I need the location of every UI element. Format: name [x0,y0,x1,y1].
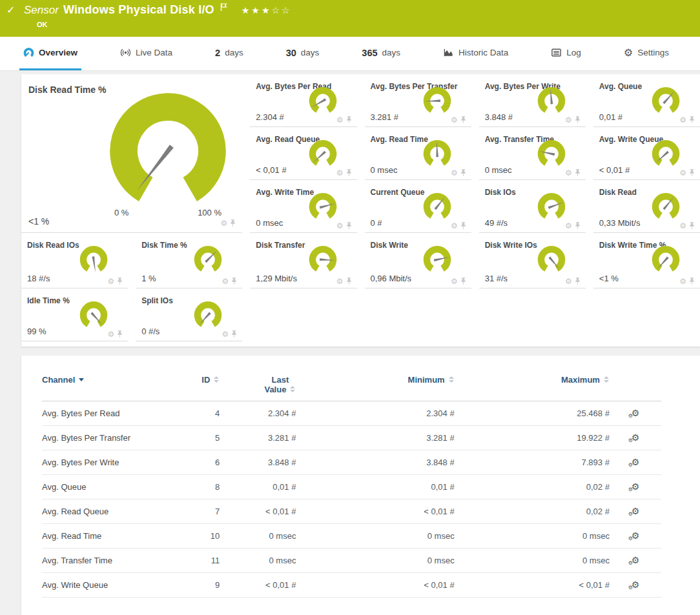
tab-historic-data[interactable]: Historic Data [439,37,512,70]
gauge-value: 49 #/s [485,218,508,228]
column-header-minimum[interactable]: Minimum [296,374,454,401]
pin-icon[interactable] [231,277,237,285]
gauge-dial [303,83,343,117]
gauge-cell[interactable]: Split IOs 0 #/s ⚙ [136,288,242,341]
gauge-cell[interactable]: Current Queue 0 # ⚙ [365,180,471,233]
channel-maximum: 25.468 # [455,401,610,426]
gauge-dial [417,83,457,117]
gear-icon[interactable]: ⚙ [679,169,686,177]
gauge-cell[interactable]: Disk Read IOs 18 #/s ⚙ [21,233,128,288]
column-header-last-value[interactable]: Last Value [220,374,296,401]
gear-icon[interactable]: ⚙ [336,277,344,285]
pin-icon[interactable] [689,169,695,177]
gauge-cell[interactable]: Disk Write IOs 31 #/s ⚙ [479,233,586,288]
tab-live-data[interactable]: Live Data [116,37,176,70]
channel-settings-gear-icon[interactable]: ⚙⚙ [632,531,640,540]
pin-icon[interactable] [230,219,236,227]
channel-minimum: 0 msec [296,549,454,573]
channel-settings-gear-icon[interactable]: ⚙⚙ [632,458,640,467]
pin-icon[interactable] [460,277,466,285]
gauge-title: Disk Read [599,188,637,197]
tab-30-days[interactable]: 30 days [282,37,324,70]
channel-last-value: 3.848 # [220,450,296,475]
gear-icon[interactable]: ⚙ [565,116,572,124]
gauge-dial [107,92,229,203]
gear-icon[interactable]: ⚙ [451,277,458,285]
gauge-dial [188,241,228,276]
column-header-channel[interactable]: Channel [42,374,181,401]
gauge-cell[interactable]: Avg. Read Time 0 msec ⚙ [365,127,471,180]
tab-overview[interactable]: Overview [19,37,81,70]
gauge-cell[interactable]: Idle Time % 99 % ⚙ [21,288,128,341]
gauge-cell[interactable]: Disk Time % 1 % ⚙ [136,233,242,288]
gauge-cell[interactable]: Avg. Bytes Per Read 2.304 # ⚙ [250,74,356,127]
pin-icon[interactable] [689,277,695,285]
tab-365-days[interactable]: 365 days [358,37,404,70]
pin-icon[interactable] [346,116,352,124]
channel-table-panel: Channel ID Last Value Minimum [21,356,700,615]
gauge-cell[interactable]: Avg. Transfer Time 0 msec ⚙ [479,127,586,180]
channel-settings-gear-icon[interactable]: ⚙⚙ [632,408,640,418]
gauge-cell[interactable]: Avg. Read Queue < 0,01 # ⚙ [250,127,356,180]
tab-log[interactable]: Log [547,37,585,70]
pin-icon[interactable] [346,277,352,285]
pin-icon[interactable] [460,169,466,177]
gear-icon[interactable]: ⚙ [222,330,229,338]
pin-icon[interactable] [575,116,581,124]
gear-icon[interactable]: ⚙ [107,277,114,285]
pin-icon[interactable] [231,330,237,338]
column-header-maximum[interactable]: Maximum [455,374,610,401]
pin-icon[interactable] [460,116,466,124]
pin-icon[interactable] [117,277,123,285]
pin-icon[interactable] [346,169,352,177]
gear-icon[interactable]: ⚙ [679,116,686,124]
channel-settings-gear-icon[interactable]: ⚙⚙ [632,580,640,589]
tab-settings[interactable]: ⚙ Settings [620,37,673,70]
gear-icon[interactable]: ⚙ [451,116,458,124]
priority-stars[interactable]: ★★★☆☆ [242,5,292,15]
gauge-cell[interactable]: Avg. Bytes Per Write 3.848 # ⚙ [479,74,586,127]
main-gauge-cell[interactable]: Disk Read Time % 0 % 100 % <1 % ⚙ [21,74,242,233]
gauge-cell[interactable]: Disk Write Time % <1 % ⚙ [593,233,700,288]
gear-icon[interactable]: ⚙ [565,277,572,285]
pin-icon[interactable] [575,169,581,177]
gear-icon[interactable]: ⚙ [107,330,114,338]
gauge-cell[interactable]: Disk Transfer 1,29 Mbit/s ⚙ [250,233,356,288]
gear-icon[interactable]: ⚙ [221,219,228,227]
gear-icon[interactable]: ⚙ [565,169,572,177]
channel-settings-gear-icon[interactable]: ⚙⚙ [632,482,640,491]
gear-icon[interactable]: ⚙ [679,277,686,285]
gauge-dial [531,136,571,170]
channel-settings-gear-icon[interactable]: ⚙⚙ [632,556,640,565]
gauge-cell[interactable]: Avg. Queue 0,01 # ⚙ [593,74,700,127]
gauge-cell[interactable]: Avg. Write Time 0 msec ⚙ [250,180,356,233]
gear-icon[interactable]: ⚙ [451,169,458,177]
gauge-cell[interactable]: Disk IOs 49 #/s ⚙ [479,180,586,233]
pin-icon[interactable] [346,222,352,230]
gear-icon[interactable]: ⚙ [336,116,344,124]
gauge-cell[interactable]: Disk Write 0,96 Mbit/s ⚙ [365,233,471,288]
pin-icon[interactable] [460,222,466,230]
status-ok-check-icon: ✓ [6,4,19,16]
gauge-cell[interactable]: Disk Read 0,33 Mbit/s ⚙ [593,180,700,233]
flag-icon[interactable] [220,3,228,12]
gear-icon[interactable]: ⚙ [451,222,458,230]
channel-settings-gear-icon[interactable]: ⚙⚙ [632,507,640,516]
gear-icon[interactable]: ⚙ [565,222,572,230]
gear-icon[interactable]: ⚙ [679,222,686,230]
gauge-cell[interactable]: Avg. Write Queue < 0,01 # ⚙ [593,127,700,180]
column-header-id[interactable]: ID [181,374,220,401]
gauge-cell[interactable]: Avg. Bytes Per Transfer 3.281 # ⚙ [365,74,471,127]
channel-last-value: 0 msec [220,524,296,549]
pin-icon[interactable] [689,222,695,230]
gauge-value: 2.304 # [256,112,283,122]
pin-icon[interactable] [575,222,581,230]
gear-icon[interactable]: ⚙ [336,222,344,230]
gear-icon[interactable]: ⚙ [222,277,229,285]
pin-icon[interactable] [117,330,123,338]
gear-icon[interactable]: ⚙ [336,169,344,177]
pin-icon[interactable] [689,116,695,124]
channel-settings-gear-icon[interactable]: ⚙⚙ [632,433,640,442]
pin-icon[interactable] [575,277,581,285]
tab-2-days[interactable]: 2 days [211,37,247,70]
